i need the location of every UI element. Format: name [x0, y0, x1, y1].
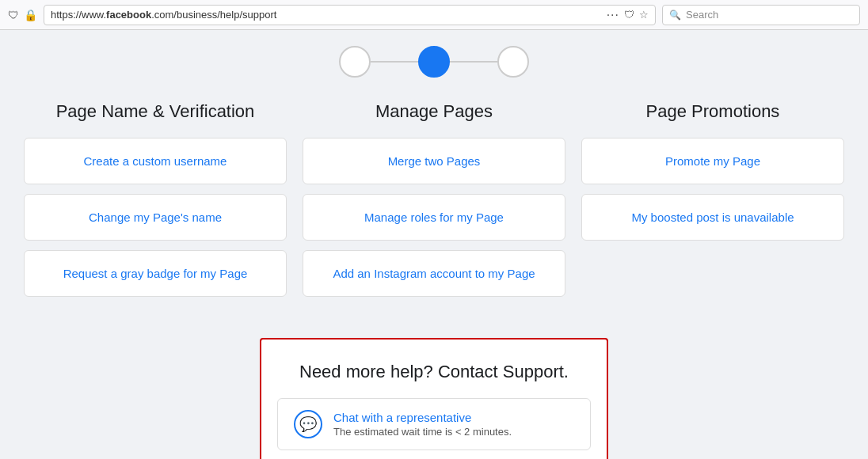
tracking-protection-icon: 🛡 [624, 9, 634, 21]
btn-add-instagram[interactable]: Add an Instagram account to my Page [303, 250, 565, 297]
contact-support-title: Need more help? Contact Support. [277, 362, 591, 382]
category-page-promotions: Page Promotions Promote my Page My boost… [581, 101, 844, 250]
btn-boosted-post-unavailable[interactable]: My boosted post is unavailable [581, 194, 844, 241]
search-icon: 🔍 [669, 9, 681, 21]
address-bar[interactable]: https://www.facebook.com/business/help/s… [44, 5, 656, 25]
browser-security-icons: 🛡 🔒 [8, 9, 37, 21]
btn-promote-page[interactable]: Promote my Page [581, 138, 844, 184]
col-3-title: Page Promotions [581, 101, 844, 122]
chat-text-area: Chat with a representative The estimated… [333, 411, 512, 438]
bookmark-icon[interactable]: ☆ [639, 9, 649, 21]
chat-title: Chat with a representative [333, 411, 512, 424]
progress-indicator [24, 46, 844, 78]
col-2-title: Manage Pages [303, 101, 565, 122]
category-manage-pages: Manage Pages Merge two Pages Manage role… [303, 101, 565, 306]
chat-with-representative-button[interactable]: 💬 Chat with a representative The estimat… [277, 398, 591, 450]
progress-step-3 [497, 46, 529, 78]
url-suffix: .com/business/help/support [151, 9, 276, 21]
lock-icon: 🔒 [24, 9, 37, 21]
category-page-name-verification: Page Name & Verification Create a custom… [24, 101, 287, 306]
btn-merge-two-pages[interactable]: Merge two Pages [303, 138, 565, 184]
url-prefix: https://www. [51, 9, 106, 21]
url-text: https://www.facebook.com/business/help/s… [51, 9, 602, 21]
progress-line-2 [450, 61, 497, 63]
progress-step-2 [418, 46, 450, 78]
contact-support-box: Need more help? Contact Support. 💬 Chat … [260, 338, 608, 459]
btn-request-gray-badge[interactable]: Request a gray badge for my Page [24, 250, 287, 297]
chat-bubble-icon: 💬 [294, 410, 322, 438]
progress-line-1 [371, 61, 418, 63]
chat-wait-time: The estimated wait time is < 2 minutes. [333, 426, 512, 438]
categories-section: Page Name & Verification Create a custom… [24, 101, 844, 306]
col-1-title: Page Name & Verification [24, 101, 287, 122]
btn-create-custom-username[interactable]: Create a custom username [24, 138, 287, 184]
shield-icon: 🛡 [8, 9, 19, 21]
btn-manage-roles[interactable]: Manage roles for my Page [303, 194, 565, 241]
btn-change-page-name[interactable]: Change my Page's name [24, 194, 287, 241]
search-placeholder-text: Search [686, 9, 718, 21]
more-options-icon[interactable]: ··· [607, 8, 619, 22]
browser-toolbar: 🛡 🔒 https://www.facebook.com/business/he… [0, 0, 868, 30]
url-domain: facebook [106, 9, 151, 21]
page-content: Page Name & Verification Create a custom… [0, 30, 868, 459]
browser-search-bar[interactable]: 🔍 Search [662, 5, 860, 25]
progress-step-1 [339, 46, 371, 78]
